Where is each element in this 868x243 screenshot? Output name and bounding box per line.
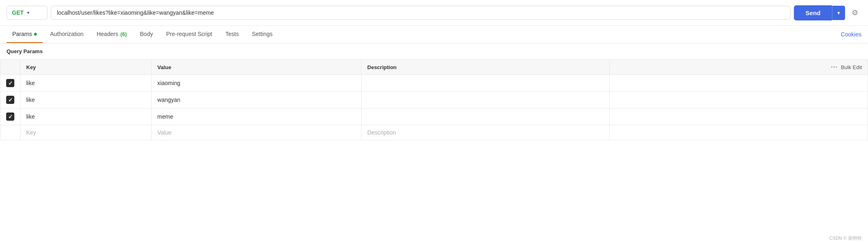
empty-description-placeholder: Description	[367, 129, 396, 136]
tab-prerequest-label: Pre-request Script	[166, 31, 212, 37]
col-checkbox	[0, 60, 20, 75]
tabs-left: Params Authorization Headers (6) Body Pr…	[7, 26, 278, 43]
section-title: Query Params	[0, 43, 868, 59]
method-dropdown-icon: ▾	[27, 10, 29, 16]
empty-key-placeholder: Key	[26, 129, 36, 136]
table-row: ✓ like wangyan	[0, 92, 868, 108]
row1-value[interactable]: xiaoming	[151, 75, 362, 92]
headers-badge: (6)	[120, 31, 127, 37]
tab-body-label: Body	[140, 31, 153, 37]
tab-params[interactable]: Params	[7, 26, 43, 43]
row3-description[interactable]	[362, 108, 610, 125]
tab-authorization-label: Authorization	[50, 31, 84, 37]
empty-checkbox-cell	[0, 125, 20, 140]
tabs-bar: Params Authorization Headers (6) Body Pr…	[0, 26, 868, 43]
tab-params-label: Params	[12, 31, 32, 37]
method-selector[interactable]: GET ▾	[7, 6, 47, 20]
row1-check-icon: ✓	[8, 80, 13, 86]
method-label: GET	[12, 9, 24, 16]
row3-extra	[610, 108, 868, 125]
lightbulb-icon: ⚙	[852, 9, 858, 17]
empty-value-cell[interactable]: Value	[151, 125, 362, 140]
table-row: ✓ like meme	[0, 108, 868, 125]
tab-headers-label: Headers	[97, 31, 118, 37]
tab-body[interactable]: Body	[134, 26, 159, 43]
col-value-header: Value	[151, 60, 362, 75]
col-bulk-edit-header: ··· Bulk Edit	[610, 60, 868, 75]
bulk-edit-dots-icon: ···	[831, 63, 837, 71]
top-bar: GET ▾ Send ▾ ⚙	[0, 0, 868, 26]
table-row: ✓ like xiaoming	[0, 75, 868, 92]
send-button[interactable]: Send	[794, 5, 832, 20]
params-table: Key Value Description ··· Bulk Edit ✓ li…	[0, 59, 868, 140]
send-btn-group: Send ▾	[794, 5, 845, 20]
url-input[interactable]	[57, 9, 784, 16]
tab-settings-label: Settings	[252, 31, 273, 37]
row3-check-icon: ✓	[8, 114, 13, 120]
tab-authorization[interactable]: Authorization	[44, 26, 89, 43]
tab-tests-label: Tests	[226, 31, 239, 37]
col-description-header: Description	[362, 60, 610, 75]
lightbulb-button[interactable]: ⚙	[848, 5, 861, 20]
url-input-wrapper	[51, 6, 791, 20]
row3-key[interactable]: like	[20, 108, 151, 125]
params-dot-icon	[34, 33, 37, 36]
cookies-link[interactable]: Cookies	[841, 26, 861, 43]
row3-checkbox[interactable]: ✓	[6, 112, 14, 121]
send-dropdown-button[interactable]: ▾	[832, 6, 845, 20]
tab-settings[interactable]: Settings	[246, 26, 278, 43]
row2-key[interactable]: like	[20, 92, 151, 108]
row2-value[interactable]: wangyan	[151, 92, 362, 108]
row2-checkbox[interactable]: ✓	[6, 96, 14, 104]
row1-checkbox-cell: ✓	[0, 75, 20, 92]
row2-extra	[610, 92, 868, 108]
empty-extra-cell	[610, 125, 868, 140]
tab-tests[interactable]: Tests	[220, 26, 245, 43]
row1-extra	[610, 75, 868, 92]
row3-checkbox-cell: ✓	[0, 108, 20, 125]
row2-checkbox-cell: ✓	[0, 92, 20, 108]
bulk-edit-label: Bulk Edit	[841, 64, 862, 70]
row2-description[interactable]	[362, 92, 610, 108]
row1-description[interactable]	[362, 75, 610, 92]
row1-key[interactable]: like	[20, 75, 151, 92]
row2-check-icon: ✓	[8, 97, 13, 103]
row3-value[interactable]: meme	[151, 108, 362, 125]
empty-value-placeholder: Value	[157, 129, 172, 136]
table-empty-row: Key Value Description	[0, 125, 868, 140]
empty-key-cell[interactable]: Key	[20, 125, 151, 140]
empty-description-cell[interactable]: Description	[362, 125, 610, 140]
tab-headers[interactable]: Headers (6)	[91, 26, 133, 43]
tab-prerequest[interactable]: Pre-request Script	[160, 26, 218, 43]
col-key-header: Key	[20, 60, 151, 75]
row1-checkbox[interactable]: ✓	[6, 79, 14, 87]
